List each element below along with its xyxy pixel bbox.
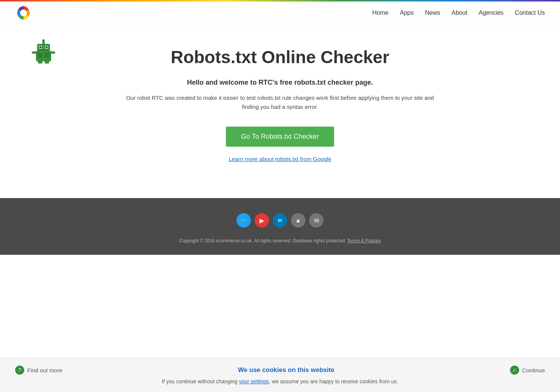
cookie-description: If you continue without changing your se…	[162, 378, 398, 384]
nav-news[interactable]: News	[425, 9, 440, 16]
header: Home Apps News About Agencies Contact Us	[0, 2, 560, 24]
svg-point-8	[39, 46, 42, 48]
continue-check-icon: ✓	[510, 366, 519, 375]
page-title: Robots.txt Online Checker	[117, 47, 443, 67]
nav-home[interactable]: Home	[372, 9, 389, 16]
svg-rect-15	[32, 51, 36, 54]
main-content: Robots.txt Online Checker Hello and welc…	[0, 24, 560, 198]
svg-rect-13	[38, 60, 42, 64]
svg-rect-16	[51, 51, 55, 54]
svg-point-9	[45, 46, 48, 48]
nav-about[interactable]: About	[451, 9, 467, 16]
terms-link[interactable]: Terms & Policies	[347, 238, 381, 243]
svg-rect-10	[39, 50, 48, 51]
twitter-icon-button[interactable]: 🐦	[236, 213, 251, 228]
main-nav: Home Apps News About Agencies Contact Us	[372, 9, 545, 16]
nav-apps[interactable]: Apps	[400, 9, 414, 16]
logo[interactable]	[15, 5, 32, 21]
find-out-icon: ?	[15, 366, 24, 375]
svg-rect-11	[38, 53, 42, 57]
cta-button[interactable]: Go To Robots.txt Checker	[226, 127, 334, 147]
footer-copyright: Copyright © 2016 ecommerce.co.uk. All ri…	[8, 238, 552, 243]
svg-rect-12	[45, 53, 49, 57]
cookie-title: We use cookies on this website	[238, 366, 334, 374]
learn-more-link[interactable]: Learn more about robots.txt from Google	[117, 156, 443, 162]
cookie-continue-button[interactable]: ✓ Continue	[510, 366, 545, 375]
youtube-icon-button[interactable]: ▶	[255, 213, 269, 228]
svg-point-1	[20, 9, 27, 16]
cookie-settings-link[interactable]: your settings	[239, 378, 269, 384]
nav-agencies[interactable]: Agencies	[479, 9, 504, 16]
welcome-text: Hello and welcome to RTC's free robots.t…	[117, 79, 443, 87]
linkedin-icon-button[interactable]: in	[273, 213, 287, 228]
cookie-desc-before: If you continue without changing	[162, 378, 239, 384]
scroll-up-icon-button[interactable]: ▲	[291, 213, 305, 228]
svg-point-5	[42, 39, 45, 42]
continue-label: Continue	[522, 367, 545, 373]
email-icon-button[interactable]: ✉	[309, 213, 324, 228]
footer-social-icons: 🐦 ▶ in ▲ ✉	[8, 213, 552, 228]
cookie-find-out[interactable]: ? Find out more	[15, 366, 62, 375]
footer: 🐦 ▶ in ▲ ✉ Copyright © 2016 ecommerce.co…	[0, 198, 560, 255]
cookie-desc-after: , we assume you are happy to receive coo…	[269, 378, 398, 384]
robot-icon	[30, 39, 57, 67]
cookie-bar: ? Find out more We use cookies on this w…	[0, 358, 560, 392]
nav-contact[interactable]: Contact Us	[515, 9, 545, 16]
find-out-label: Find out more	[27, 367, 62, 373]
description-text: Our robot RTC was created to make it eas…	[117, 93, 443, 112]
svg-rect-14	[45, 60, 49, 64]
